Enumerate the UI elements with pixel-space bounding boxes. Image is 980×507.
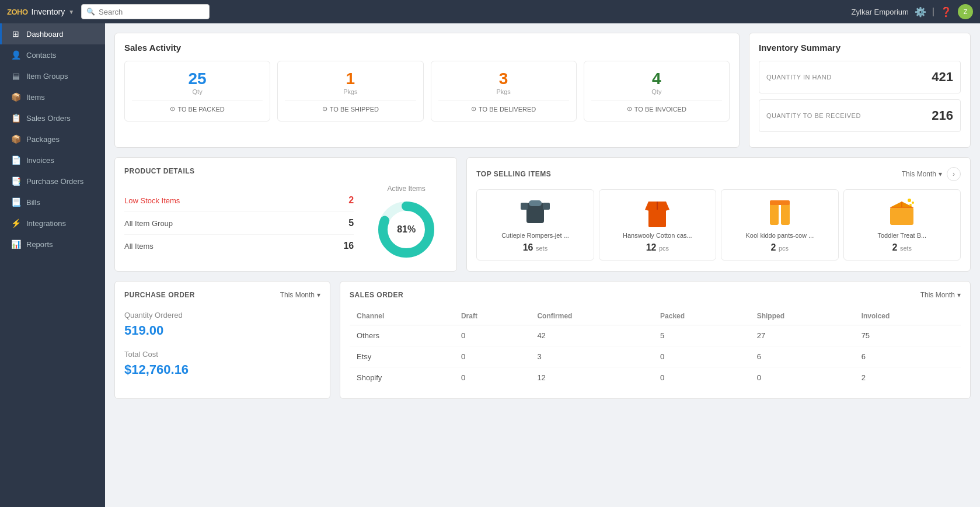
- cell-confirmed: 12: [530, 367, 653, 388]
- svg-point-16: [908, 199, 911, 202]
- to-be-delivered-number: 3: [438, 70, 569, 88]
- circle-icon: ⊙: [471, 105, 476, 113]
- logo[interactable]: ZOHO Inventory ▼: [7, 7, 74, 16]
- sidebar-item-packages[interactable]: 📦 Packages: [0, 129, 105, 150]
- all-items-row[interactable]: All Items 16: [124, 235, 354, 257]
- col-draft: Draft: [454, 307, 530, 325]
- active-items-chart: Active Items 81%: [365, 185, 447, 262]
- sidebar-item-invoices[interactable]: 📄 Invoices: [0, 150, 105, 171]
- item-groups-icon: ▤: [11, 71, 20, 81]
- top-selling-items: Cutiepie Rompers-jet ... 16 sets: [476, 189, 961, 261]
- to-be-shipped-unit: Pkgs: [285, 88, 416, 95]
- sidebar-item-sales-orders[interactable]: 📋 Sales Orders: [0, 107, 105, 129]
- circle-icon: ⊙: [322, 105, 327, 113]
- sidebar-item-label: Invoices: [26, 156, 54, 165]
- sa-card-to-be-delivered[interactable]: 3 Pkgs ⊙ TO BE DELIVERED: [431, 61, 577, 121]
- avatar[interactable]: Z: [958, 4, 973, 19]
- sales-orders-icon: 📋: [11, 113, 20, 123]
- sidebar-item-integrations[interactable]: ⚡ Integrations: [0, 213, 105, 234]
- zoho-logo-text: ZOHO: [7, 8, 28, 16]
- sidebar-item-reports[interactable]: 📊 Reports: [0, 234, 105, 255]
- purchase-order-filter[interactable]: This Month ▾: [280, 291, 320, 299]
- svg-rect-12: [890, 207, 913, 225]
- col-shipped: Shipped: [750, 307, 855, 325]
- to-be-packed-unit: Qty: [132, 88, 263, 95]
- inventory-summary-panel: Inventory Summary QUANTITY IN HAND 421 Q…: [749, 33, 971, 148]
- inventory-summary-title: Inventory Summary: [759, 43, 961, 53]
- sa-card-to-be-shipped[interactable]: 1 Pkgs ⊙ TO BE SHIPPED: [277, 61, 423, 121]
- to-be-invoiced-unit: Qty: [591, 88, 722, 95]
- qty-to-receive-value: 216: [932, 108, 953, 123]
- sidebar-item-purchase-orders[interactable]: 📑 Purchase Orders: [0, 171, 105, 192]
- qty-to-receive-label: QUANTITY TO BE RECEIVED: [766, 112, 861, 119]
- sidebar-item-label: Bills: [26, 198, 40, 207]
- sales-order-panel: SALES ORDER This Month ▾ Channel Draft C…: [340, 281, 971, 399]
- ts-item-4-qty: 2 sets: [849, 242, 955, 253]
- donut-chart: 81%: [374, 197, 438, 262]
- cell-draft: 0: [454, 367, 530, 388]
- sidebar-item-label: Sales Orders: [26, 114, 71, 123]
- sidebar: ⊞ Dashboard 👤 Contacts ▤ Item Groups 📦 I…: [0, 23, 105, 507]
- qty-in-hand-row[interactable]: QUANTITY IN HAND 421: [759, 61, 961, 93]
- ts-item-1[interactable]: Cutiepie Rompers-jet ... 16 sets: [476, 189, 594, 261]
- circle-icon: ⊙: [170, 105, 175, 113]
- cell-shipped: 6: [750, 346, 855, 367]
- cell-shipped: 0: [750, 367, 855, 388]
- col-confirmed: Confirmed: [530, 307, 653, 325]
- help-icon[interactable]: ❓: [940, 6, 952, 18]
- ts-item-4-icon: [849, 197, 955, 232]
- sales-order-title: SALES ORDER: [350, 291, 403, 299]
- top-selling-filter[interactable]: This Month ▾: [902, 170, 942, 178]
- to-be-packed-number: 25: [132, 70, 263, 88]
- settings-icon[interactable]: ⚙️: [915, 6, 926, 18]
- ts-item-3[interactable]: Kool kiddo pants-cow ... 2 pcs: [721, 189, 838, 261]
- product-details-title: PRODUCT DETAILS: [124, 167, 447, 175]
- to-be-delivered-unit: Pkgs: [438, 88, 569, 95]
- cell-confirmed: 42: [530, 325, 653, 346]
- to-be-invoiced-status: ⊙ TO BE INVOICED: [591, 105, 722, 113]
- sidebar-item-item-groups[interactable]: ▤ Item Groups: [0, 65, 105, 86]
- ts-item-3-icon: [726, 197, 833, 232]
- search-box[interactable]: 🔍: [81, 4, 210, 19]
- sa-card-to-be-invoiced[interactable]: 4 Qty ⊙ TO BE INVOICED: [584, 61, 730, 121]
- top-selling-header: TOP SELLING ITEMS This Month ▾ ›: [476, 167, 961, 181]
- items-icon: 📦: [11, 92, 20, 102]
- ts-item-2[interactable]: Hanswooly Cotton cas... 12 pcs: [599, 189, 716, 261]
- sidebar-item-bills[interactable]: 📃 Bills: [0, 192, 105, 213]
- svg-rect-11: [770, 200, 790, 205]
- top-selling-panel: TOP SELLING ITEMS This Month ▾ ›: [466, 157, 971, 272]
- sales-activity-panel: Sales Activity 25 Qty ⊙ TO BE PACKED 1 P…: [114, 33, 740, 148]
- table-row: Etsy 0 3 0 6 6: [350, 346, 961, 367]
- svg-point-18: [909, 204, 912, 206]
- product-stats: Low Stock Items 2 All Item Group 5 All I…: [124, 189, 354, 257]
- app-name: Inventory: [32, 7, 65, 16]
- all-items-label: All Items: [124, 242, 154, 251]
- company-selector[interactable]: Zylkar Emporium: [852, 8, 909, 16]
- sidebar-item-label: Dashboard: [26, 30, 64, 39]
- col-channel: Channel: [350, 307, 454, 325]
- sa-card-to-be-packed[interactable]: 25 Qty ⊙ TO BE PACKED: [124, 61, 270, 121]
- cell-channel: Shopify: [350, 367, 454, 388]
- low-stock-label: Low Stock Items: [124, 196, 180, 205]
- sidebar-item-items[interactable]: 📦 Items: [0, 86, 105, 107]
- sidebar-item-dashboard[interactable]: ⊞ Dashboard: [0, 23, 105, 44]
- active-items-title: Active Items: [365, 185, 447, 193]
- ts-item-4[interactable]: Toddler Treat B... 2 sets: [843, 189, 961, 261]
- chevron-down-icon: ▾: [317, 291, 320, 299]
- bills-icon: 📃: [11, 197, 20, 207]
- chevron-down-icon: ▾: [939, 170, 942, 178]
- ts-item-4-name: Toddler Treat B...: [849, 232, 955, 239]
- cell-channel: Others: [350, 325, 454, 346]
- sidebar-item-contacts[interactable]: 👤 Contacts: [0, 44, 105, 65]
- purchase-order-header: PURCHASE ORDER This Month ▾: [124, 291, 320, 299]
- app-dropdown-icon: ▼: [68, 9, 74, 15]
- search-input[interactable]: [99, 8, 204, 16]
- cell-packed: 0: [653, 346, 750, 367]
- ts-next-button[interactable]: ›: [947, 167, 961, 181]
- purchase-order-title: PURCHASE ORDER: [124, 291, 195, 299]
- all-item-group-row[interactable]: All Item Group 5: [124, 212, 354, 235]
- low-stock-row[interactable]: Low Stock Items 2: [124, 189, 354, 212]
- sales-order-filter[interactable]: This Month ▾: [920, 291, 961, 299]
- qty-to-receive-row[interactable]: QUANTITY TO BE RECEIVED 216: [759, 99, 961, 132]
- to-be-delivered-status: ⊙ TO BE DELIVERED: [438, 105, 569, 113]
